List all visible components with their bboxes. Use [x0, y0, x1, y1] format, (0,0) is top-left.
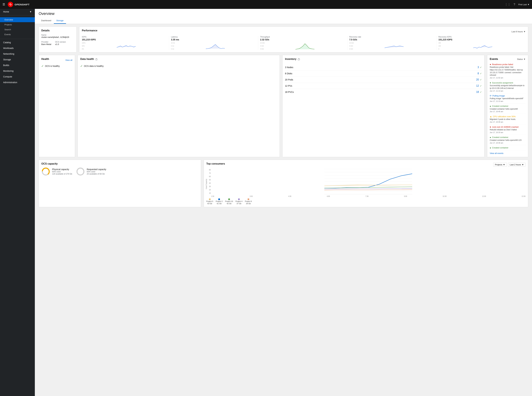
health-status-text: OCS is healthy — [45, 65, 60, 67]
sidebar-item-monitoring[interactable]: Monitoring — [0, 68, 35, 74]
event-created1-title: Created container — [492, 105, 508, 107]
event-pulling-title: Pulling image — [492, 94, 505, 97]
y-axis-label: Used Capacity — [206, 179, 207, 189]
event-assignment-time: Jun 17, 11:13 am — [490, 90, 526, 92]
data-health-status: ✓ OCS data is healthy — [80, 64, 277, 68]
sidebar-item-search[interactable]: Search — [0, 27, 35, 32]
loading-icon-3: ⟳ — [490, 94, 492, 97]
sidebar-item-builds[interactable]: Builds — [0, 62, 35, 68]
event-created2-title-row: ● Created container — [490, 136, 526, 139]
time-filter-label: Last 2 hours — [510, 163, 521, 166]
health-row: Health View all ✓ OCS is healthy — [39, 55, 528, 157]
user-menu[interactable]: First Last ▼ — [518, 3, 529, 6]
recovery-rate-svg — [354, 42, 434, 50]
view-all-health[interactable]: View all — [65, 59, 72, 61]
sidebar-item-compute[interactable]: Compute — [0, 74, 35, 80]
sidebar-item-networking[interactable]: Networking — [0, 51, 35, 57]
physical-capacity-used: 65% used — [52, 171, 72, 173]
sidebar-item-catalog[interactable]: Catalog — [0, 40, 35, 45]
legend-dot-project9 — [248, 198, 249, 200]
sidebar-item-projects[interactable]: Projects — [0, 22, 35, 27]
perf-card-body: Performance Last 6 hours ▼ IOPS 151,215 … — [79, 27, 528, 52]
physical-donut-svg — [41, 167, 50, 176]
consumers-filter-projects[interactable]: Projects ▼ — [493, 163, 507, 167]
performance-card: Performance Last 6 hours ▼ IOPS 151,215 … — [79, 26, 528, 52]
legend-project5: Project 5 63 Gb — [206, 198, 213, 204]
event-created1-time: Jun 17, 10:45 am — [490, 111, 526, 112]
inventory-disks: 8 Disks 8 ✓ — [285, 70, 482, 77]
provider-value: Bare Metal — [41, 43, 51, 46]
pods-label: 20 Pods — [285, 78, 293, 81]
projects-filter-label: Projects — [495, 163, 502, 166]
event-rook-desc: Rebuild initiated as Disk 5 failed — [490, 128, 526, 131]
throughput-svg — [265, 42, 345, 50]
tab-storage[interactable]: Storage — [54, 18, 66, 24]
time-chevron-icon: ▼ — [523, 30, 526, 33]
legend-dot-project4 — [238, 198, 240, 200]
legend-project2: Project 2 61 Gb — [216, 198, 222, 204]
throughput-label: Throughput — [260, 36, 345, 38]
legend-dot-project5 — [209, 198, 211, 200]
event-assignment-desc: Successfully assigned default/example to… — [490, 84, 526, 90]
legend-label-project5: Project 5 — [206, 200, 213, 202]
page-title: Overview — [39, 12, 528, 18]
recovery-rate-value: 7.5 Gi/s — [349, 38, 434, 41]
time-filter[interactable]: Last 6 hours ▼ — [512, 30, 526, 33]
logo: OPENSHIFT — [8, 2, 30, 7]
data-health-card: Data health ? ✓ OCS data is healthy — [78, 55, 280, 157]
sidebar-item-overview[interactable]: Overview — [0, 17, 35, 22]
metric-recovery-iops: Recovery IOPS 151,215 IOPS 200 100 0 — [436, 36, 526, 50]
sidebar-item-home[interactable]: Home ▼ — [0, 9, 35, 15]
iops-scale: 100% 50% 0% — [82, 42, 86, 50]
pods-count-num: 20 — [476, 78, 479, 81]
pvs-count-num: 12 — [476, 84, 479, 87]
help-icon[interactable]: ? — [514, 3, 515, 6]
ocs-capacity-card: OCS capacity — [39, 160, 201, 207]
recovery-iops-chart: 200 100 0 — [439, 42, 524, 50]
consumers-title: Top consumers — [206, 162, 225, 165]
hamburger-icon[interactable]: ☰ — [3, 3, 5, 6]
legend-label-project4: Project 4 — [235, 200, 242, 202]
health-ok-icon: ✓ — [41, 64, 44, 68]
legend-dot-project10 — [228, 198, 230, 200]
requested-capacity-used: 65% used — [87, 171, 106, 173]
event-rook-title: rook-osd-10-328949 crashed — [492, 126, 518, 128]
throughput-scale: 10 Gi/s 5 Gi/s 0 Gi/s — [260, 42, 265, 50]
events-filter-dropdown[interactable]: Status ▼ — [517, 58, 526, 60]
sidebar-item-events[interactable]: Events — [0, 32, 35, 37]
event-cpu-title-row: ▲ CPU utilization over 50% — [490, 115, 526, 118]
home-label: Home — [3, 11, 9, 13]
sidebar-item-workloads[interactable]: Workloads — [0, 45, 35, 51]
events-card-body: Events Status ▼ ● Readiness probe failed — [487, 55, 528, 157]
view-all-events[interactable]: View all events — [490, 152, 503, 154]
data-health-card-body: Data health ? ✓ OCS data is healthy — [78, 55, 280, 70]
pvs-ok-icon: ✓ — [480, 85, 482, 87]
legend-label-project10: Project 10 — [225, 200, 233, 202]
legend-label-project2: Project 2 — [216, 200, 222, 202]
legend-value-project10: 42 Gb — [227, 203, 231, 204]
event-readiness-probe: ● Readiness probe failed Readiness probe… — [490, 62, 526, 80]
topnav-right: ⋮⋮ ? First Last ▼ — [505, 3, 529, 6]
projects-chevron-icon: ▼ — [503, 163, 505, 166]
physical-capacity: Physical capacity 65% used 120 available… — [41, 167, 72, 176]
tab-dashboard[interactable]: Dashboard — [39, 18, 54, 24]
event-created-container-1: ● Created container Created container he… — [490, 104, 526, 114]
metric-throughput: Throughput 2.32 Gi/s 10 Gi/s 5 Gi/s 0 Gi… — [258, 36, 347, 50]
event-created1-title-row: ● Created container — [490, 105, 526, 107]
data-health-help-icon[interactable]: ? — [95, 58, 98, 60]
grid-icon[interactable]: ⋮⋮ — [505, 3, 510, 6]
consumers-filter-time[interactable]: Last 2 hours ▼ — [508, 163, 526, 167]
requested-capacity-label: Requested capacity — [87, 168, 106, 171]
error-icon-6: ● — [490, 126, 491, 128]
sidebar-item-administration[interactable]: Administration — [0, 80, 35, 85]
pods-ok-icon: ✓ — [480, 78, 482, 81]
iops-svg — [85, 42, 167, 50]
inventory-help-icon[interactable]: ? — [298, 58, 300, 60]
inventory-card: Inventory ? 3 Nodes 3 ✓ — [282, 55, 485, 157]
sidebar-item-storage[interactable]: Storage — [0, 57, 35, 62]
iops-value: 151,215 IOPS — [82, 38, 167, 41]
recovery-rate-scale: 10 Gi/s 5 Gi/s 0 Gi/s — [349, 42, 354, 50]
pvs-count: 12 ✓ — [476, 84, 482, 87]
recovery-rate-label: Recovery rate — [349, 36, 434, 38]
top-consumers-body: Top consumers Projects ▼ Last 2 hours ▼ — [204, 160, 528, 207]
